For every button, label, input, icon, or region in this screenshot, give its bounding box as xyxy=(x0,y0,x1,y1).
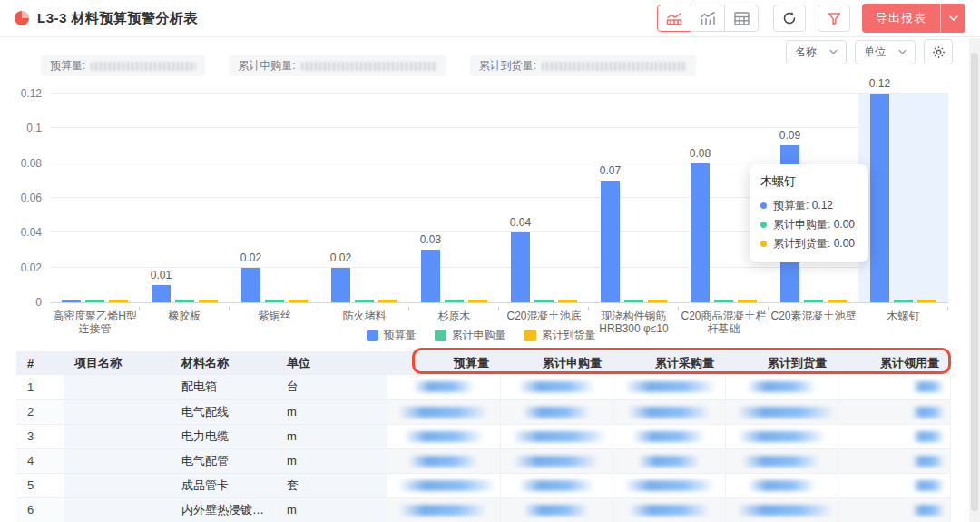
legend-item[interactable]: 累计到货量 xyxy=(524,328,596,343)
bar-预算量[interactable] xyxy=(601,181,620,302)
project-name-cell xyxy=(64,375,171,399)
gear-icon xyxy=(932,45,946,59)
bar-group[interactable]: 0.02 xyxy=(230,94,319,302)
refresh-button[interactable] xyxy=(773,5,806,32)
legend-label: 累计申购量 xyxy=(452,328,506,343)
redacted-value xyxy=(624,480,715,491)
bar-预算量[interactable] xyxy=(421,250,440,302)
name-filter-select[interactable]: 名称 xyxy=(786,40,847,64)
bar-预算量[interactable] xyxy=(241,268,260,302)
bar-预算量[interactable] xyxy=(691,163,710,302)
bar-累计申购量[interactable] xyxy=(534,300,554,302)
bar-累计申购量[interactable] xyxy=(175,300,194,302)
bar-wrap xyxy=(199,94,218,302)
value-cell xyxy=(612,375,725,399)
row-index-cell: 1 xyxy=(16,375,64,399)
table-row: 2电气配线m xyxy=(16,399,950,424)
bar-预算量[interactable] xyxy=(511,232,530,302)
value-cell xyxy=(500,399,612,424)
redacted-value xyxy=(399,505,487,516)
bar-累计到货量[interactable] xyxy=(648,300,667,302)
bar-累计申购量[interactable] xyxy=(804,300,823,302)
bar-group[interactable]: 0.02 xyxy=(319,94,409,302)
bar-累计到货量[interactable] xyxy=(917,300,936,302)
redacted-value xyxy=(413,381,475,392)
bar-累计申购量[interactable] xyxy=(894,300,913,302)
bar-累计到货量[interactable] xyxy=(468,300,487,302)
bar-累计到货量[interactable] xyxy=(828,300,847,302)
bar-wrap: 0.09 xyxy=(780,94,799,302)
top-bar: L3-3 材料预算预警分析表 xyxy=(0,0,980,37)
bar-累计申购量[interactable] xyxy=(85,300,104,302)
material-table: #项目名称材料名称单位预算量累计申购量累计采购量累计到货量累计领用量 1配电箱台… xyxy=(16,351,950,522)
value-cell xyxy=(387,497,500,522)
project-name-cell xyxy=(64,473,171,497)
bar-预算量[interactable] xyxy=(870,94,889,302)
vertical-scrollbar-thumb[interactable] xyxy=(971,53,978,511)
bar-预算量[interactable] xyxy=(62,300,81,302)
bar-group[interactable] xyxy=(50,94,140,302)
filter-button[interactable] xyxy=(818,5,850,32)
bar-wrap: 0.08 xyxy=(691,94,710,302)
unit-filter-select[interactable]: 单位 xyxy=(855,40,916,64)
export-dropdown-button[interactable] xyxy=(940,4,965,33)
bar-累计到货量[interactable] xyxy=(199,300,218,302)
bar-wrap xyxy=(828,94,847,302)
unit-cell: m xyxy=(276,497,387,522)
value-cell xyxy=(500,448,612,473)
chevron-down-icon xyxy=(829,49,838,54)
bar-group[interactable]: 0.07 xyxy=(589,94,679,302)
bar-group[interactable]: 0.01 xyxy=(140,94,230,302)
table-view-button[interactable] xyxy=(724,5,759,32)
project-name-cell xyxy=(64,424,171,448)
unit-filter-label: 单位 xyxy=(864,44,886,60)
redacted-value xyxy=(638,456,701,467)
bar-wrap xyxy=(738,94,757,302)
bar-group[interactable]: 0.08 xyxy=(679,94,769,302)
bar-累计申购量[interactable] xyxy=(714,300,733,302)
bar-累计到货量[interactable] xyxy=(289,300,308,302)
vertical-scrollbar-track xyxy=(969,38,980,522)
bar-wrap xyxy=(62,94,81,302)
bar-累计到货量[interactable] xyxy=(738,300,757,302)
bar-累计申购量[interactable] xyxy=(355,300,374,302)
bar-累计申购量[interactable] xyxy=(265,300,284,302)
line-chart-view-button[interactable] xyxy=(691,5,725,32)
combo-chart-view-button[interactable] xyxy=(657,5,691,32)
bar-预算量[interactable] xyxy=(331,268,350,302)
bar-预算量[interactable] xyxy=(152,285,171,302)
bar-group[interactable]: 0.09 xyxy=(769,94,858,302)
bar-value-label: 0.07 xyxy=(600,164,621,177)
bar-group[interactable]: 0.03 xyxy=(409,94,499,302)
bar-预算量[interactable] xyxy=(780,145,799,302)
y-axis-tick-label: 0 xyxy=(5,296,42,309)
unit-cell: m xyxy=(276,448,387,473)
bar-累计到货量[interactable] xyxy=(378,300,397,302)
value-cell xyxy=(387,375,500,399)
bar-wrap xyxy=(804,94,823,302)
bar-wrap xyxy=(534,94,554,302)
redacted-value xyxy=(301,62,437,71)
bar-累计到货量[interactable] xyxy=(558,300,577,302)
stat-chip: 累计申购量: xyxy=(229,55,446,76)
export-report-button[interactable]: 导出报表 xyxy=(862,4,940,33)
legend-item[interactable]: 预算量 xyxy=(367,328,416,343)
bar-累计到货量[interactable] xyxy=(109,300,128,302)
y-axis-tick-label: 0.04 xyxy=(5,226,42,239)
bar-group[interactable]: 0.12 xyxy=(858,94,948,302)
view-toggle-group xyxy=(657,5,759,32)
bar-累计申购量[interactable] xyxy=(445,300,464,302)
redacted-value xyxy=(632,431,705,442)
bar-wrap xyxy=(85,94,104,302)
bar-wrap xyxy=(445,94,464,302)
redacted-value xyxy=(742,456,820,467)
refresh-icon xyxy=(782,11,797,25)
bar-累计申购量[interactable] xyxy=(624,300,643,302)
redacted-value xyxy=(912,480,945,491)
value-cell xyxy=(725,375,838,399)
value-cell xyxy=(612,473,725,497)
bar-group[interactable]: 0.04 xyxy=(499,94,589,302)
legend-item[interactable]: 累计申购量 xyxy=(435,328,506,343)
settings-button[interactable] xyxy=(924,39,953,64)
redacted-value xyxy=(408,456,478,467)
